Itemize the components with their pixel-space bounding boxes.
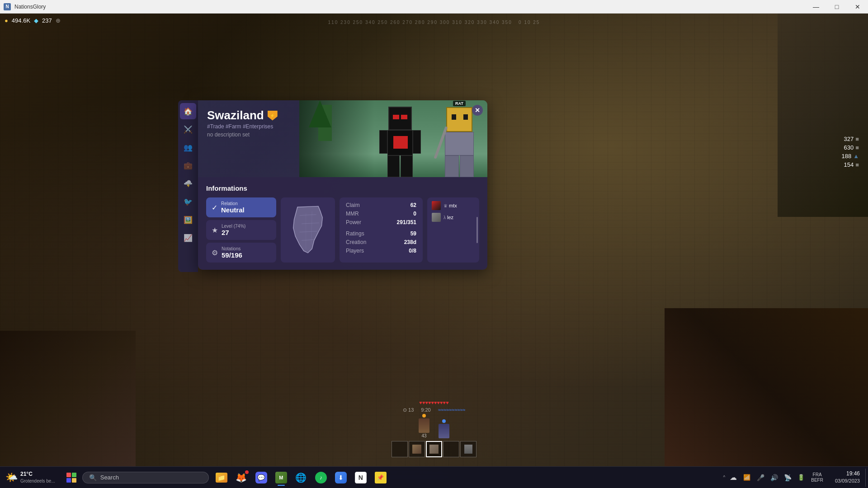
dark-arm-right: [413, 130, 421, 154]
clock-widget[interactable]: 19:46 03/09/2023: [830, 470, 865, 484]
hud-right-panel: 327 ■ 630 ■ 188 ▲ 154 ■: [841, 136, 859, 168]
players-label: Players: [346, 248, 364, 254]
member-avatar-mtx: [432, 201, 441, 210]
hotbar-slot-active: [426, 441, 442, 457]
header-bg-scene: RAT: [299, 100, 487, 177]
system-tray: ^ ☁ 📶 🎤 🔊 📡 🔋 FRA BEFR: [719, 469, 830, 486]
dark-char-legs: [387, 155, 413, 177]
maximize-button[interactable]: □: [826, 0, 847, 14]
info-grid: ✓ Relation Neutral ★ Level (74%) 27: [206, 197, 479, 263]
rat-char-head: [446, 107, 472, 132]
dark-eye-right: [401, 115, 407, 119]
window-title: NationsGlory: [14, 4, 806, 10]
game-status-bar: ⊙ 13 9:20 ≈≈≈≈≈≈≈≈≈≈: [403, 407, 465, 413]
power-label: Power: [346, 219, 361, 225]
nation-name: Swaziland ⚡: [207, 108, 278, 122]
minimize-button[interactable]: —: [806, 0, 826, 14]
stat-ratings: Ratings 59: [346, 230, 416, 237]
hotbar-slot: [460, 441, 476, 457]
taskbar-app-spotify[interactable]: ♪: [312, 469, 330, 487]
win-sq-blue: [66, 478, 71, 483]
dark-leg-r: [401, 155, 413, 177]
rat-leg-l: [445, 155, 459, 177]
creation-label: Creation: [346, 239, 366, 245]
nation-shield-icon: ⚡: [268, 111, 278, 121]
modal-header-content: Swaziland ⚡ #Trade #Farm #Enterprises no…: [198, 100, 287, 146]
taskbar-app-minecraft[interactable]: M: [272, 469, 290, 487]
show-desktop-button[interactable]: [865, 469, 868, 487]
info-col-left: ✓ Relation Neutral ★ Level (74%) 27: [206, 197, 276, 263]
level-card: ★ Level (74%) 27: [206, 220, 276, 240]
modal-close-button[interactable]: ✕: [472, 105, 483, 116]
time-display: 9:20: [421, 407, 430, 413]
taskbar-app-download[interactable]: ⬇: [332, 469, 350, 487]
members-scrollbar[interactable]: [476, 217, 478, 243]
member-username-mtx: mtx: [449, 203, 457, 208]
taskbar: 🌤️ 21°C Grotendeels be... 🔍 Search 📁 🦊: [0, 466, 868, 488]
tray-network-icon[interactable]: 📶: [741, 469, 753, 486]
search-bar[interactable]: 🔍 Search: [82, 472, 209, 483]
sidebar-item-combat[interactable]: ⚔️: [180, 121, 196, 137]
sticky-notes-icon: 📌: [375, 472, 387, 483]
player-avatars: 43: [419, 414, 449, 438]
taskbar-app-discord[interactable]: 💬: [252, 469, 270, 487]
player-avatar-2: [439, 419, 449, 438]
location: Grotendeels be...: [20, 478, 55, 484]
sidebar-item-gallery[interactable]: 🖼️: [180, 211, 196, 228]
rat-eyes: [452, 114, 468, 120]
tray-cloud-icon[interactable]: ☁: [727, 469, 740, 486]
hud-value-1: 327 ■: [841, 136, 859, 142]
sidebar-item-players[interactable]: 👥: [180, 139, 196, 155]
relation-card[interactable]: ✓ Relation Neutral: [206, 197, 276, 217]
nation-description: no description set: [207, 131, 278, 138]
lang-code: FRA: [813, 472, 822, 478]
tree-overlay: [299, 100, 374, 177]
start-button[interactable]: [62, 469, 80, 487]
keyboard-language[interactable]: FRA BEFR: [808, 469, 826, 486]
clock-date: 03/09/2023: [835, 478, 860, 484]
taskbar-app-notion[interactable]: N: [352, 469, 370, 487]
checkmark-icon: ✓: [212, 203, 217, 212]
tray-wifi-icon[interactable]: 📡: [781, 469, 794, 486]
sidebar-item-home[interactable]: 🏠: [180, 103, 196, 119]
dark-body-mark: [393, 136, 408, 149]
players-value: 0/8: [409, 248, 416, 254]
sidebar-item-weather[interactable]: 🌩️: [180, 175, 196, 192]
globe-icon: 🌐: [295, 472, 307, 483]
tray-battery-icon[interactable]: 🔋: [795, 469, 807, 486]
water-indicator: ≈≈≈≈≈≈≈≈≈≈: [438, 407, 465, 413]
ratings-value: 59: [410, 230, 416, 237]
wood-bg-left: [0, 331, 136, 466]
diamond-amount: 237: [42, 17, 52, 24]
taskbar-app-globe[interactable]: 🌐: [292, 469, 310, 487]
taskbar-app-file-explorer[interactable]: 📁: [212, 469, 231, 487]
close-button[interactable]: ✕: [847, 0, 868, 14]
item-icon: [412, 445, 421, 454]
weather-text: 21°C Grotendeels be...: [20, 471, 55, 484]
hud-currency: ● 494.6K ◆ 237 ⊕: [5, 17, 61, 24]
weather-widget[interactable]: 🌤️ 21°C Grotendeels be...: [0, 471, 61, 484]
taskbar-app-sticky-notes[interactable]: 📌: [372, 469, 390, 487]
tray-volume-icon[interactable]: 🔊: [768, 469, 780, 486]
title-bar: N NationsGlory — □ ✕: [0, 0, 868, 14]
player-skin-2: [439, 424, 449, 438]
sidebar-item-nature[interactable]: 🐦: [180, 193, 196, 210]
member-row-mtx: ♛ mtx: [432, 201, 475, 210]
wood-bg-top-right: [778, 14, 868, 217]
hotbar-slot: [443, 441, 459, 457]
gear-icon: ⚙: [212, 249, 218, 257]
tray-expand-button[interactable]: ^: [722, 475, 726, 480]
win-sq-yellow: [72, 478, 76, 483]
level-text: Level (74%) 27: [222, 224, 245, 236]
taskbar-app-browser[interactable]: 🦊: [232, 469, 250, 487]
relation-value: Neutral: [221, 206, 245, 214]
modal-header: RAT: [198, 100, 487, 177]
dark-arm-left: [379, 130, 387, 154]
hud-value-3: 188 ▲: [841, 153, 859, 160]
heart: ♥♥♥♥♥♥♥♥♥♥: [419, 400, 448, 405]
tray-microphone-icon[interactable]: 🎤: [754, 469, 767, 486]
sidebar-item-jobs[interactable]: 💼: [180, 157, 196, 174]
sidebar-item-stats[interactable]: 📈: [180, 230, 196, 246]
file-explorer-icon: 📁: [216, 473, 227, 483]
notations-card: ⚙ Notations 59/196: [206, 243, 276, 263]
